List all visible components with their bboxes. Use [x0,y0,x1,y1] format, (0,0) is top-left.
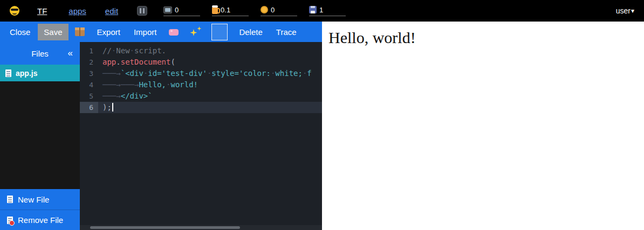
main-area: Close Save Export Import Delete Trace [0,22,644,230]
horizontal-scrollbar[interactable] [80,225,322,230]
code-text: app.setDocument( [98,57,175,68]
editor-toolbar: Close Save Export Import Delete Trace [0,22,322,42]
beer-icon [212,7,218,14]
floppy-stat-field[interactable]: 1 [309,6,346,16]
files-sidebar: Files « app.js New File [0,42,80,230]
app-preview: Hello, world! [322,22,644,230]
line-number: 6 [80,102,98,113]
code-lines: 1//·New·script.2app.setDocument(3───→`<d… [80,42,322,113]
line-number: 1 [80,45,98,57]
caret-down-icon: ▾ [631,7,634,15]
new-file-icon [7,196,13,203]
apps-link[interactable]: apps [68,6,86,16]
monitor-stat-value: 0 [175,6,179,14]
user-label: user [616,6,631,15]
code-line-4[interactable]: 4───→───→Hello,·world! [80,79,322,90]
editor-pane: Close Save Export Import Delete Trace [0,22,322,230]
trace-button[interactable]: Trace [270,24,303,40]
code-text: //·New·script. [98,45,166,57]
line-number: 3 [80,68,98,79]
new-file-button[interactable]: New File [0,189,80,210]
import-button[interactable]: Import [128,24,163,40]
file-page-icon [5,69,11,77]
coin-icon [261,6,268,13]
code-line-3[interactable]: 3───→`<div·id='test-div'·style='color:·w… [80,68,322,79]
user-menu[interactable]: user ▾ [616,6,634,15]
topbar: TF apps edit 0 0.1 0 1 user ▾ [0,0,644,22]
files-header: Files « [0,42,80,65]
close-button[interactable]: Close [4,24,36,40]
new-file-label: New File [18,195,49,204]
edit-link[interactable]: edit [105,6,118,16]
remove-file-icon [7,217,13,224]
code-text: ───→`<div·id='test-div'·style='color:·wh… [98,68,312,79]
text-cursor [112,103,113,111]
file-list: app.js [0,65,80,189]
coin-stat-field[interactable]: 0 [261,6,297,16]
save-button[interactable]: Save [38,24,68,40]
smiley-sunglasses-icon[interactable] [10,6,19,16]
blank-button[interactable] [211,24,228,40]
code-editor[interactable]: 1//·New·script.2app.setDocument(3───→`<d… [80,42,322,230]
sparkles-icon [190,26,201,37]
soap-icon [169,29,179,36]
sidebar-actions: New File Remove File [0,189,80,230]
export-button[interactable]: Export [91,24,126,40]
line-number: 2 [80,57,98,68]
soap-button[interactable] [164,26,183,38]
package-icon [75,27,85,36]
code-text: ); [98,102,113,113]
scrollbar-thumb[interactable] [90,226,240,229]
files-title: Files [31,49,49,58]
line-number: 5 [80,90,98,102]
code-text: ───→</div>` [98,90,153,102]
tf-home-link[interactable]: TF [37,6,47,16]
code-line-2[interactable]: 2app.setDocument( [80,57,322,68]
preview-hello-text: Hello, world! [328,29,644,47]
file-item-appjs[interactable]: app.js [0,65,80,81]
remove-file-label: Remove File [18,215,63,225]
beer-stat-field[interactable]: 0.1 [212,5,249,16]
file-name: app.js [16,69,37,78]
delete-button[interactable]: Delete [233,24,268,40]
code-line-1[interactable]: 1//·New·script. [80,45,322,57]
coin-stat-value: 0 [271,6,275,14]
controls-icon[interactable] [137,6,147,16]
monitor-stat-field[interactable]: 0 [163,6,200,16]
code-line-6[interactable]: 6); [80,102,322,113]
package-button[interactable] [70,25,90,38]
monitor-icon [163,6,172,13]
line-number: 4 [80,79,98,90]
code-text: ───→───→Hello,·world! [98,79,198,90]
beer-stat-value: 0.1 [221,6,230,14]
sparkles-button[interactable] [185,24,206,39]
remove-file-button[interactable]: Remove File [0,210,80,230]
floppy-icon [309,6,317,13]
code-line-5[interactable]: 5───→</div>` [80,90,322,102]
workspace: Files « app.js New File [0,42,322,230]
floppy-stat-value: 1 [319,6,323,14]
collapse-sidebar-button[interactable]: « [68,48,73,59]
